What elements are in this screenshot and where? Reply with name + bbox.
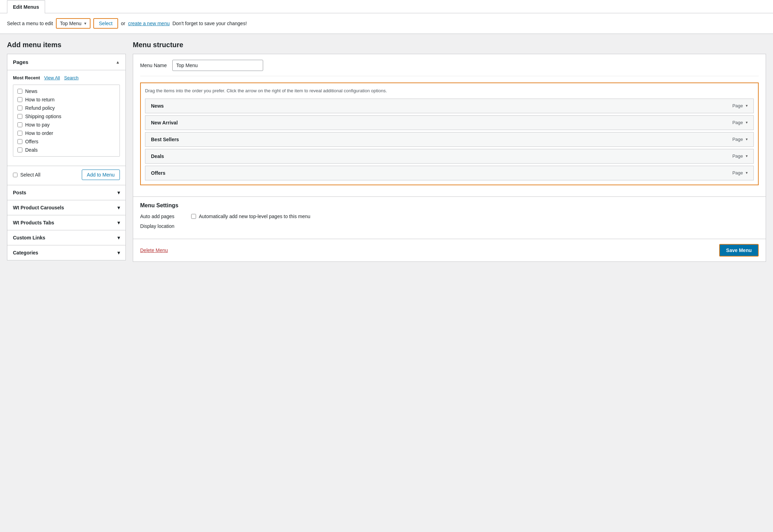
pages-checkbox-list: News How to return Refund policy <box>13 85 120 157</box>
menu-dropdown-value: Top Menu <box>60 21 81 26</box>
drag-instructions: Drag the items into the order you prefer… <box>145 87 754 94</box>
menu-item-bestsellers-chevron-icon[interactable]: ▾ <box>746 137 748 142</box>
menu-name-label: Menu Name <box>140 63 167 68</box>
custom-links-header[interactable]: Custom Links ▾ <box>7 230 125 245</box>
categories-title: Categories <box>13 250 38 256</box>
table-row[interactable]: Deals Page ▾ <box>145 149 754 164</box>
how-to-order-label: How to order <box>25 130 53 136</box>
pages-chevron-icon: ▲ <box>116 60 120 65</box>
menu-item-deals-chevron-icon[interactable]: ▾ <box>746 154 748 158</box>
menu-item-offers-chevron-icon[interactable]: ▾ <box>746 171 748 175</box>
delete-menu-link[interactable]: Delete Menu <box>140 247 168 253</box>
create-new-menu-link[interactable]: create a new menu <box>128 21 169 26</box>
news-checkbox[interactable] <box>17 89 22 94</box>
custom-links-chevron-icon: ▾ <box>117 235 120 240</box>
menu-item-newarrival-label: New Arrival <box>151 120 178 125</box>
list-item[interactable]: Shipping options <box>17 114 115 119</box>
categories-header[interactable]: Categories ▾ <box>7 245 125 260</box>
list-item[interactable]: How to return <box>17 97 115 102</box>
deals-label: Deals <box>25 147 38 153</box>
shipping-options-label: Shipping options <box>25 114 62 119</box>
table-row[interactable]: Best Sellers Page ▾ <box>145 132 754 147</box>
menu-item-deals-type: Page <box>732 153 743 159</box>
how-to-pay-label: How to pay <box>25 122 50 128</box>
menu-item-bestsellers-label: Best Sellers <box>151 137 179 142</box>
pages-accordion-body: Most Recent View All Search News Ho <box>7 70 125 166</box>
list-item[interactable]: How to pay <box>17 122 115 128</box>
how-to-pay-checkbox[interactable] <box>17 122 22 127</box>
posts-chevron-icon: ▾ <box>117 190 120 195</box>
save-menu-button[interactable]: Save Menu <box>719 244 759 257</box>
table-row[interactable]: Offers Page ▾ <box>145 166 754 180</box>
tab-view-all[interactable]: View All <box>44 75 60 80</box>
footer-bar: Delete Menu Save Menu <box>133 239 766 262</box>
categories-accordion: Categories ▾ <box>7 245 126 260</box>
menu-structure-box: Menu Name Drag the items into the order … <box>133 54 766 197</box>
table-row[interactable]: News Page ▾ <box>145 99 754 113</box>
list-item[interactable]: Deals <box>17 147 115 153</box>
other-accordions: Posts ▾ Wt Product Carousels ▾ Wt Produc… <box>7 185 126 260</box>
select-button[interactable]: Select <box>93 18 118 29</box>
menu-item-offers-label: Offers <box>151 170 165 176</box>
refund-policy-checkbox[interactable] <box>17 106 22 110</box>
edit-menus-tab[interactable]: Edit Menus <box>7 0 45 13</box>
shipping-options-checkbox[interactable] <box>17 114 22 119</box>
auto-add-value: Automatically add new top-level pages to… <box>191 214 310 219</box>
menu-item-offers-right: Page ▾ <box>732 170 748 175</box>
menu-item-bestsellers-type: Page <box>732 137 743 142</box>
refund-policy-label: Refund policy <box>25 105 55 111</box>
menu-item-news-chevron-icon[interactable]: ▾ <box>746 103 748 108</box>
menu-settings-title: Menu Settings <box>140 202 759 209</box>
deals-checkbox[interactable] <box>17 148 22 152</box>
reminder-text: Don't forget to save your changes! <box>172 21 247 26</box>
add-to-menu-button[interactable]: Add to Menu <box>82 170 120 180</box>
dropdown-chevron-icon: ▾ <box>84 21 86 26</box>
two-column-layout: Add menu items Pages ▲ Most Recent View … <box>7 41 766 262</box>
menu-item-offers-type: Page <box>732 170 743 175</box>
select-all-label[interactable]: Select All <box>13 172 41 178</box>
menu-name-input[interactable] <box>172 60 263 71</box>
tab-most-recent[interactable]: Most Recent <box>13 75 40 80</box>
menu-item-news-type: Page <box>732 103 743 108</box>
display-location-label: Display location <box>140 223 186 229</box>
wt-carousels-accordion: Wt Product Carousels ▾ <box>7 200 126 215</box>
menu-item-newarrival-right: Page ▾ <box>732 120 748 125</box>
structure-orange-box: Drag the items into the order you prefer… <box>140 82 759 185</box>
list-item[interactable]: How to order <box>17 130 115 136</box>
menu-dropdown[interactable]: Top Menu ▾ <box>56 18 91 29</box>
list-item[interactable]: News <box>17 88 115 94</box>
table-row[interactable]: New Arrival Page ▾ <box>145 115 754 130</box>
or-text: or <box>121 21 125 26</box>
wt-products-header[interactable]: Wt Products Tabs ▾ <box>7 215 125 230</box>
categories-chevron-icon: ▾ <box>117 250 120 256</box>
menu-item-newarrival-chevron-icon[interactable]: ▾ <box>746 120 748 125</box>
posts-accordion: Posts ▾ <box>7 185 126 200</box>
auto-add-row: Auto add pages Automatically add new top… <box>140 214 759 219</box>
posts-accordion-header[interactable]: Posts ▾ <box>7 185 125 200</box>
menu-item-deals-label: Deals <box>151 153 164 159</box>
right-column: Menu structure Menu Name Drag the items … <box>133 41 766 262</box>
menu-item-newarrival-type: Page <box>732 120 743 125</box>
tab-search[interactable]: Search <box>64 75 79 80</box>
select-all-checkbox[interactable] <box>13 173 17 177</box>
how-to-order-checkbox[interactable] <box>17 131 22 136</box>
menu-item-bestsellers-right: Page ▾ <box>732 137 748 142</box>
display-location-row: Display location <box>140 223 759 229</box>
menu-item-deals-right: Page ▾ <box>732 153 748 159</box>
custom-links-accordion: Custom Links ▾ <box>7 230 126 245</box>
how-to-return-checkbox[interactable] <box>17 97 22 102</box>
list-item[interactable]: Offers <box>17 139 115 144</box>
pages-accordion-header[interactable]: Pages ▲ <box>7 54 125 70</box>
auto-add-checkbox[interactable] <box>191 214 196 219</box>
list-item[interactable]: Refund policy <box>17 105 115 111</box>
wt-products-chevron-icon: ▾ <box>117 220 120 225</box>
pages-accordion-footer: Select All Add to Menu <box>7 166 125 185</box>
menu-item-news-label: News <box>151 103 164 109</box>
wt-carousels-title: Wt Product Carousels <box>13 205 64 210</box>
auto-add-label: Auto add pages <box>140 214 186 219</box>
offers-checkbox[interactable] <box>17 139 22 144</box>
wt-carousels-header[interactable]: Wt Product Carousels ▾ <box>7 200 125 215</box>
news-label: News <box>25 88 37 94</box>
posts-title: Posts <box>13 190 26 195</box>
auto-add-description: Automatically add new top-level pages to… <box>199 214 310 219</box>
